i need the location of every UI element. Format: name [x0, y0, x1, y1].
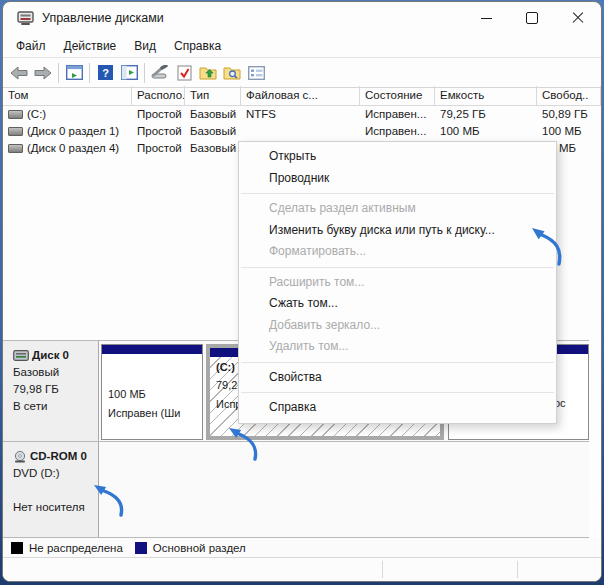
column-status[interactable]: Состояние — [360, 86, 435, 105]
help-icon[interactable]: ? — [93, 61, 117, 85]
menu-file[interactable]: Файл — [7, 36, 55, 56]
column-filesystem[interactable]: Файловая с... — [241, 86, 360, 105]
volume-type: Базовый — [185, 123, 241, 140]
volume-icon — [8, 144, 23, 153]
menu-item-shrink-volume[interactable]: Сжать том... — [239, 293, 556, 315]
context-menu: Открыть Проводник Сделать раздел активны… — [238, 141, 557, 424]
menu-separator — [241, 193, 554, 194]
volume-capacity: 79,25 ГБ — [435, 106, 537, 123]
volume-name: (Диск 0 раздел 4) — [27, 140, 119, 157]
toolbar-separator — [58, 63, 59, 83]
properties-list-icon[interactable] — [244, 61, 268, 85]
console-tree-icon[interactable] — [62, 61, 86, 85]
close-icon — [572, 12, 584, 24]
menu-bar: Файл Действие Вид Справка — [3, 34, 601, 57]
menu-item-explorer[interactable]: Проводник — [239, 168, 556, 190]
menu-separator — [241, 362, 554, 363]
disk0-status: В сети — [13, 398, 98, 415]
legend-unallocated-label: Не распределена — [29, 542, 123, 554]
volume-free: 50,89 ГБ — [537, 106, 601, 123]
menu-item-properties[interactable]: Свойства — [239, 367, 556, 389]
volume-status: Исправен... — [360, 106, 435, 123]
toolbar-separator — [144, 63, 145, 83]
volume-layout: Простой — [132, 123, 185, 140]
menu-separator — [241, 392, 554, 393]
title-bar: Управление дисками — [3, 2, 601, 34]
volume-fs — [241, 123, 360, 140]
table-row[interactable]: (Диск 0 раздел 1) Простой Базовый Исправ… — [3, 123, 601, 140]
legend-unallocated-swatch — [11, 542, 23, 554]
legend-primary-swatch — [135, 542, 147, 554]
status-bar — [3, 558, 601, 581]
menu-item-help[interactable]: Справка — [239, 397, 556, 419]
partition-size: 100 МБ — [102, 388, 202, 400]
disk-tool-icon[interactable] — [148, 61, 172, 85]
column-layout[interactable]: Располо... — [132, 86, 185, 105]
legend-primary-label: Основной раздел — [153, 542, 246, 554]
volume-capacity: 100 МБ — [435, 123, 537, 140]
disk-management-window: Управление дисками Файл Действие Вид Спр… — [2, 1, 602, 582]
volume-icon — [8, 110, 23, 119]
menu-item-delete-volume: Удалить том... — [239, 336, 556, 358]
disk0-name: Диск 0 — [32, 347, 69, 364]
statusbar-divider — [382, 561, 383, 578]
table-row[interactable]: (C:) Простой Базовый NTFS Исправен... 79… — [3, 106, 601, 123]
volume-free: 100 МБ — [537, 123, 601, 140]
minimize-icon — [481, 18, 492, 19]
annotation-arrow-cdrom — [83, 472, 138, 527]
volume-list-header: Том Располо... Тип Файловая с... Состоян… — [3, 86, 601, 106]
toolbar-separator — [89, 63, 90, 83]
volume-type: Базовый — [185, 140, 241, 157]
volume-name: (Диск 0 раздел 1) — [27, 123, 119, 140]
forward-arrow-icon[interactable] — [31, 61, 55, 85]
disk0-type: Базовый — [13, 364, 98, 381]
minimize-button[interactable] — [463, 2, 509, 34]
console-window-icon[interactable] — [117, 61, 141, 85]
maximize-button[interactable] — [509, 2, 555, 34]
folder-search-icon[interactable] — [220, 61, 244, 85]
volume-fs: NTFS — [241, 106, 360, 123]
volume-layout: Простой — [132, 140, 185, 157]
folder-up-icon[interactable] — [196, 61, 220, 85]
partition-efi[interactable]: 100 МБ Исправен (Ши — [101, 344, 203, 440]
legend-bar: Не распределена Основной раздел — [3, 538, 601, 558]
volume-layout: Простой — [132, 106, 185, 123]
back-arrow-icon[interactable] — [7, 61, 31, 85]
cdrom-name: CD-ROM 0 — [30, 448, 87, 465]
disk0-size: 79,98 ГБ — [13, 381, 98, 398]
disk-management-icon — [17, 11, 34, 26]
disk0-header[interactable]: Диск 0 Базовый 79,98 ГБ В сети — [3, 341, 99, 441]
close-button[interactable] — [555, 2, 601, 34]
menu-help[interactable]: Справка — [165, 36, 230, 56]
menu-item-add-mirror: Добавить зеркало... — [239, 315, 556, 337]
menu-view[interactable]: Вид — [125, 36, 165, 56]
toolbar: ? — [3, 57, 601, 88]
menu-action[interactable]: Действие — [55, 36, 126, 56]
statusbar-divider — [517, 561, 518, 578]
column-free[interactable]: Свобод.. — [537, 86, 601, 105]
partition-status: Исправен (Ши — [102, 407, 202, 419]
volume-type: Базовый — [185, 106, 241, 123]
column-capacity[interactable]: Емкость — [435, 86, 537, 105]
volume-status: Исправен... — [360, 123, 435, 140]
menu-item-extend-volume: Расширить том... — [239, 272, 556, 294]
maximize-icon — [526, 12, 538, 24]
column-volume[interactable]: Том — [3, 86, 132, 105]
volume-name: (C:) — [27, 106, 46, 123]
disk-icon — [13, 350, 29, 361]
cdrom-icon — [13, 451, 27, 463]
column-type[interactable]: Тип — [185, 86, 241, 105]
annotation-arrow-partition-c — [213, 417, 273, 472]
partition-color-bar — [102, 345, 202, 355]
menu-item-open[interactable]: Открыть — [239, 146, 556, 168]
window-title: Управление дисками — [42, 11, 164, 25]
svg-text:?: ? — [102, 67, 109, 79]
check-document-icon[interactable] — [172, 61, 196, 85]
volume-icon — [8, 127, 23, 136]
annotation-arrow-change-letter — [498, 217, 568, 272]
